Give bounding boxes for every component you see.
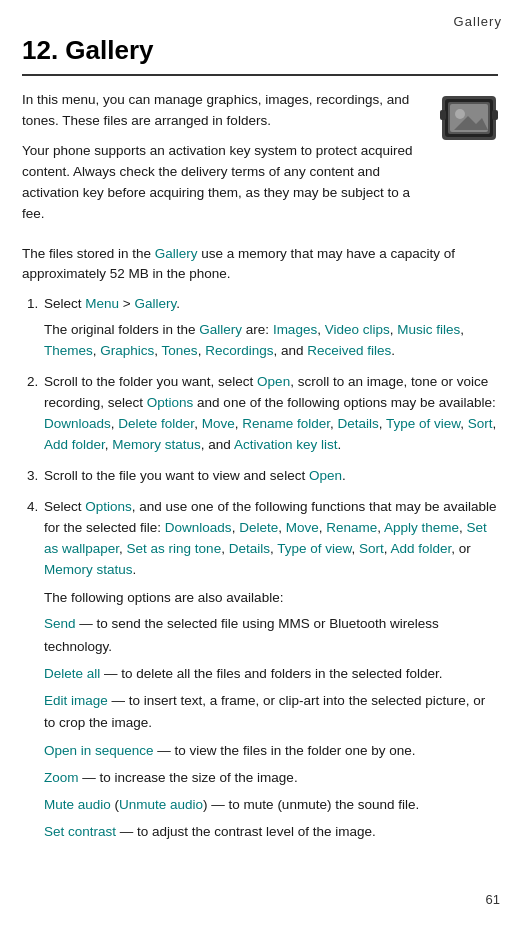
header-title: Gallery: [454, 14, 502, 29]
move-link: Move: [202, 416, 235, 431]
svg-rect-6: [440, 110, 446, 120]
addfolder-link: Add folder: [44, 437, 105, 452]
typeofview-link: Type of view: [386, 416, 460, 431]
recordings-link: Recordings: [205, 343, 273, 358]
deletefolder-link: Delete folder: [118, 416, 194, 431]
downloads-link: Downloads: [44, 416, 111, 431]
themes-link: Themes: [44, 343, 93, 358]
setcontrast-label: Set contrast: [44, 824, 116, 839]
setcontrast-option: Set contrast — to adjust the contrast le…: [44, 821, 498, 843]
images-link: Images: [273, 322, 317, 337]
menu-link: Menu: [85, 296, 119, 311]
gallery-link-inline: Gallery: [155, 246, 198, 261]
step-3: Scroll to the file you want to view and …: [42, 466, 498, 487]
step-2: Scroll to the folder you want, select Op…: [42, 372, 498, 456]
page-number: 61: [486, 892, 500, 907]
openinsequence-label: Open in sequence: [44, 743, 154, 758]
intro-para-1: In this menu, you can manage graphics, i…: [22, 90, 428, 132]
renamefolder-link: Rename folder: [242, 416, 330, 431]
muteaudio-label: Mute audio: [44, 797, 111, 812]
step-4: Select Options, and use one of the follo…: [42, 497, 498, 844]
editimage-option: Edit image — to insert text, a frame, or…: [44, 690, 498, 735]
zoom-label: Zoom: [44, 770, 79, 785]
step-3-content: Scroll to the file you want to view and …: [44, 466, 498, 487]
addfolder-link-4: Add folder: [391, 541, 452, 556]
send-label: Send: [44, 616, 76, 631]
step-4-content: Select Options, and use one of the follo…: [44, 497, 498, 581]
options-link-2: Options: [147, 395, 194, 410]
setringtone-link: Set as ring tone: [127, 541, 222, 556]
memorystatus-link: Memory status: [112, 437, 201, 452]
applytheme-link: Apply theme: [384, 520, 459, 535]
unmuteaudio-label: Unmute audio: [119, 797, 203, 812]
musicfiles-link: Music files: [397, 322, 460, 337]
intro-text: In this menu, you can manage graphics, i…: [22, 90, 428, 234]
intro-para-2: Your phone supports an activation key sy…: [22, 141, 428, 225]
zoom-option: Zoom — to increase the size of the image…: [44, 767, 498, 789]
muteaudio-option: Mute audio (Unmute audio) — to mute (unm…: [44, 794, 498, 816]
step-1-content: Select Menu > Gallery.: [44, 294, 498, 315]
page-header: Gallery: [0, 0, 520, 35]
step-1-sub: The original folders in the Gallery are:…: [44, 320, 498, 362]
open-link-2: Open: [257, 374, 290, 389]
move-link-4: Move: [286, 520, 319, 535]
deleteall-label: Delete all: [44, 666, 100, 681]
options-link-4: Options: [85, 499, 132, 514]
page-content: 12. Gallery In this menu, you can manage…: [0, 35, 520, 874]
receivedfiles-link: Received files: [307, 343, 391, 358]
steps-list: Select Menu > Gallery. The original fold…: [22, 294, 498, 843]
delete-link-4: Delete: [239, 520, 278, 535]
gallery-icon-image: [440, 92, 498, 144]
deleteall-option: Delete all — to delete all the files and…: [44, 663, 498, 685]
sort-link-4: Sort: [359, 541, 384, 556]
downloads-link-4: Downloads: [165, 520, 232, 535]
gallery-ref: Gallery: [199, 322, 242, 337]
graphics-link: Graphics: [100, 343, 154, 358]
open-link-3: Open: [309, 468, 342, 483]
svg-rect-7: [492, 110, 498, 120]
editimage-label: Edit image: [44, 693, 108, 708]
chapter-title: 12. Gallery: [22, 35, 498, 76]
details-link: Details: [338, 416, 379, 431]
also-available-label: The following options are also available…: [44, 588, 498, 609]
intro-block: In this menu, you can manage graphics, i…: [22, 90, 498, 234]
tones-link: Tones: [162, 343, 198, 358]
memorystatus-link-4: Memory status: [44, 562, 133, 577]
details-link-4: Details: [229, 541, 270, 556]
step-1: Select Menu > Gallery. The original fold…: [42, 294, 498, 362]
send-option: Send — to send the selected file using M…: [44, 613, 498, 658]
typeofview-link-4: Type of view: [277, 541, 351, 556]
intro-para-3: The files stored in the Gallery use a me…: [22, 244, 498, 286]
openinsequence-option: Open in sequence — to view the files in …: [44, 740, 498, 762]
sort-link: Sort: [468, 416, 493, 431]
step-2-content: Scroll to the folder you want, select Op…: [44, 372, 498, 456]
videoclips-link: Video clips: [325, 322, 390, 337]
rename-link-4: Rename: [326, 520, 377, 535]
gallery-link: Gallery: [134, 296, 176, 311]
activationkeylist-link: Activation key list: [234, 437, 338, 452]
svg-point-4: [455, 109, 465, 119]
